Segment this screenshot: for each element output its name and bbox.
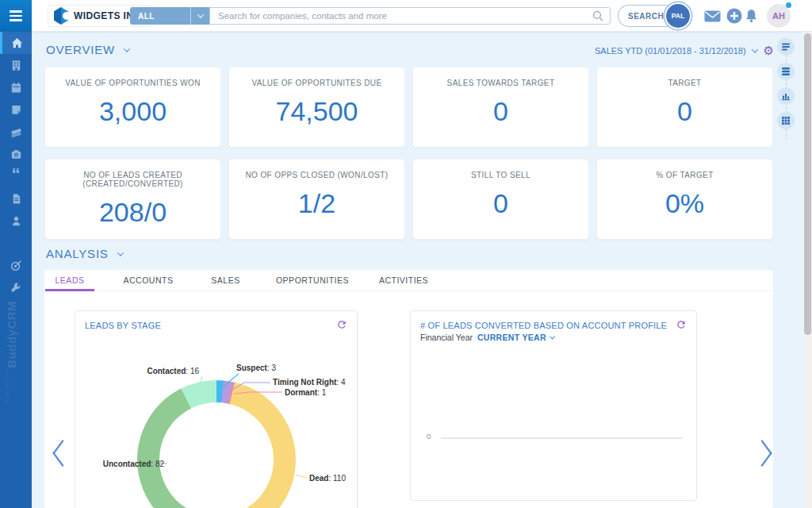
gridline xyxy=(441,437,683,439)
leads-converted-card: # OF LEADS CONVERTED BASED ON ACCOUNT PR… xyxy=(410,310,697,501)
chevron-down-icon[interactable] xyxy=(751,46,757,52)
kpi-card-percent-of-target[interactable]: % OF TARGET 0% xyxy=(596,159,773,240)
summary-cards-icon xyxy=(781,42,791,52)
chevron-down-icon xyxy=(550,333,555,339)
notification-dot xyxy=(786,2,791,8)
search-icon[interactable] xyxy=(592,10,603,21)
target-icon xyxy=(10,260,22,271)
sidebar-item-media[interactable] xyxy=(0,143,32,165)
tab-activities[interactable]: ACTIVITIES xyxy=(372,270,435,291)
overview-header: OVERVIEW xyxy=(46,43,129,56)
financial-year-filter: Financial Year CURRENT YEAR xyxy=(420,333,554,342)
overview-kpi-grid: VALUE OF OPPORTUNITIES WON 3,000 VALUE O… xyxy=(44,67,773,240)
sidebar-item-quotes[interactable]: “ xyxy=(0,165,32,187)
camera-icon xyxy=(10,148,22,160)
sidebar-item-home[interactable] xyxy=(0,32,32,54)
rail-summary-cards-button[interactable] xyxy=(777,38,795,56)
donut-hole xyxy=(159,402,274,508)
menu-icon[interactable] xyxy=(0,0,32,32)
donut-label-uncontacted: Uncontacted82 xyxy=(103,460,164,468)
table-grid-icon xyxy=(781,116,791,125)
sidebar-item-documents[interactable] xyxy=(0,187,32,210)
sidebar-item-calendar[interactable] xyxy=(0,76,32,98)
donut-label-timing-not-right: Timing Not Right4 xyxy=(273,378,345,387)
analysis-header: ANALYSIS xyxy=(46,247,123,260)
rail-charts-button[interactable] xyxy=(777,87,795,105)
sidebar-item-tools[interactable] xyxy=(0,276,32,298)
rail-data-stack-button[interactable] xyxy=(777,63,795,80)
chevron-down-icon xyxy=(190,7,209,25)
sidebar-item-contacts[interactable] xyxy=(0,210,32,232)
filter-label: Financial Year xyxy=(420,333,473,342)
donut-label-contacted: Contacted16 xyxy=(147,367,199,375)
note-icon xyxy=(10,104,22,116)
donut-label-dead: Dead110 xyxy=(309,474,346,483)
bell-icon[interactable] xyxy=(745,9,758,23)
sidebar: “ POWERED BY BuddyCRM xyxy=(0,32,32,508)
building-icon xyxy=(10,60,22,71)
calendar-icon xyxy=(10,82,22,94)
analysis-panel: LEADS ACCOUNTS SALES OPPORTUNITIES ACTIV… xyxy=(44,270,773,508)
brand-hexagon-icon xyxy=(53,7,69,25)
sidebar-item-tickets[interactable] xyxy=(0,121,32,143)
sidebar-item-notes[interactable] xyxy=(0,98,32,121)
kpi-card-opps-closed[interactable]: NO OF OPPS CLOSED (WON/LOST) 1/2 xyxy=(228,159,405,240)
leads-by-stage-card: LEADS BY STAGE Suspect3 Contacted16 Timi… xyxy=(75,310,358,508)
sidebar-item-targets[interactable] xyxy=(0,254,32,276)
add-icon[interactable] xyxy=(726,8,742,24)
bar-chart-icon xyxy=(781,91,791,101)
tab-opportunities[interactable]: OPPORTUNITIES xyxy=(273,270,352,291)
kpi-card-opportunities-won[interactable]: VALUE OF OPPORTUNITIES WON 3,000 xyxy=(44,67,221,148)
y-axis-tick: 0 xyxy=(427,432,431,441)
overview-controls: SALES YTD (01/01/2018 - 31/12/2018) xyxy=(515,44,774,56)
donut-label-suspect: Suspect3 xyxy=(236,364,276,372)
document-icon xyxy=(10,193,22,205)
scrollbar-thumb[interactable] xyxy=(804,33,811,335)
buddy-watermark: POWERED BY BuddyCRM xyxy=(5,301,18,406)
kpi-card-leads-created[interactable]: NO OF LEADS CREATED (CREATED/CONVERTED) … xyxy=(44,159,221,240)
chevron-down-icon[interactable] xyxy=(124,45,130,52)
scrollbar[interactable] xyxy=(802,32,812,508)
refresh-icon[interactable] xyxy=(336,319,347,330)
section-rail xyxy=(777,38,796,137)
carousel-prev-button[interactable] xyxy=(52,440,72,467)
analysis-tabs: LEADS ACCOUNTS SALES OPPORTUNITIES ACTIV… xyxy=(44,270,773,291)
kpi-card-target[interactable]: TARGET 0 xyxy=(596,67,773,148)
wrench-icon xyxy=(10,282,22,294)
kpi-card-opportunities-due[interactable]: VALUE OF OPPORTUNITES DUE 74,500 xyxy=(228,67,405,148)
sidebar-item-companies[interactable] xyxy=(0,54,32,76)
rail-table-button[interactable] xyxy=(777,112,795,129)
overview-title: OVERVIEW xyxy=(46,43,115,56)
tab-leads[interactable]: LEADS xyxy=(45,270,94,291)
financial-year-dropdown[interactable]: CURRENT YEAR xyxy=(477,333,554,342)
kpi-card-sales-towards-target[interactable]: SALES TOWARDS TARGET 0 xyxy=(412,67,589,148)
gear-icon[interactable] xyxy=(764,44,774,56)
analysis-title: ANALYSIS xyxy=(46,247,109,260)
search-scope-value: ALL xyxy=(138,12,155,21)
tab-sales[interactable]: SALES xyxy=(201,270,250,291)
tickets-icon xyxy=(10,126,22,138)
topbar: WIDGETS INC. ALL SEARCH BY PAL AH xyxy=(0,0,812,32)
carousel-next-button[interactable] xyxy=(752,440,772,467)
period-selector[interactable]: SALES YTD (01/01/2018 - 31/12/2018) xyxy=(595,46,746,56)
quotes-icon: “ xyxy=(12,171,21,181)
donut-label-dormant: Dormant1 xyxy=(285,388,326,397)
chevron-down-icon[interactable] xyxy=(117,249,123,256)
search-by-badge[interactable]: PAL xyxy=(666,4,690,28)
envelope-icon[interactable] xyxy=(704,10,721,22)
home-icon xyxy=(11,37,23,49)
chart-title: # OF LEADS CONVERTED BASED ON ACCOUNT PR… xyxy=(420,321,667,330)
search-input[interactable] xyxy=(209,7,611,25)
kpi-card-still-to-sell[interactable]: STILL TO SELL 0 xyxy=(412,159,589,240)
search-scope-dropdown[interactable]: ALL xyxy=(130,7,209,25)
chart-title: LEADS BY STAGE xyxy=(85,321,161,330)
refresh-icon[interactable] xyxy=(676,319,687,330)
person-icon xyxy=(10,215,22,227)
tab-accounts[interactable]: ACCOUNTS xyxy=(121,270,176,291)
data-stack-icon xyxy=(781,67,791,76)
